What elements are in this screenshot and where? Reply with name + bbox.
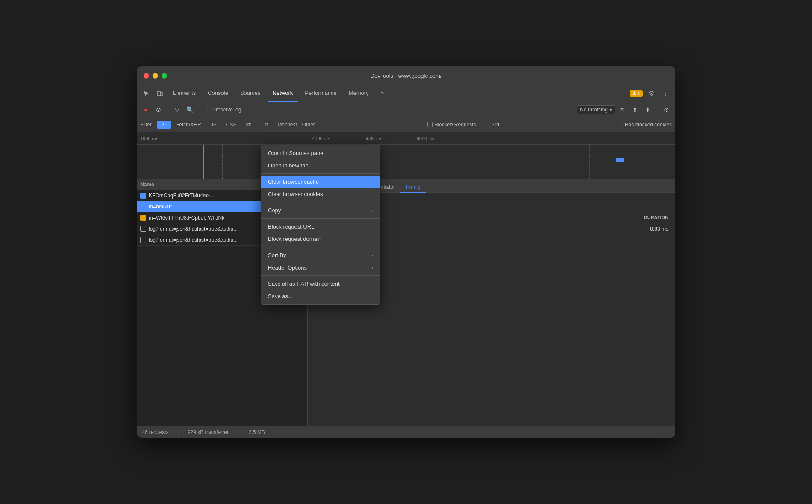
ctx-save-har-label: Save all as HAR with content xyxy=(268,281,340,287)
third-party-checkbox[interactable] xyxy=(485,122,490,127)
ctx-block-domain[interactable]: Block request domain xyxy=(261,233,380,245)
tab-performance[interactable]: Performance xyxy=(300,85,341,102)
ctx-copy[interactable]: Copy › xyxy=(261,204,380,217)
timeline-mark-1: 1000 ms xyxy=(140,136,158,141)
toolbar: ● ⊘ ▽ 🔍 Preserve log No throttling ▾ ≋ ⬆… xyxy=(137,102,675,117)
item-icon-3 xyxy=(140,215,146,221)
filter-tab-img[interactable]: Im... xyxy=(241,121,260,129)
total-size: 2.5 MB xyxy=(249,429,265,435)
ctx-save-as-label: Save as... xyxy=(268,293,293,299)
ctx-sort-by-arrow-icon: › xyxy=(371,253,373,258)
filter-label: Filter xyxy=(140,122,152,128)
name-column-header: Name xyxy=(140,182,154,188)
wifi-icon[interactable]: ≋ xyxy=(617,104,628,115)
requests-count: 46 requests xyxy=(142,429,169,435)
filter-button[interactable]: ▽ xyxy=(171,104,182,115)
ctx-clear-cookies[interactable]: Clear browser cookies xyxy=(261,188,380,200)
ctx-open-tab-label: Open in new tab xyxy=(268,162,309,169)
element-picker-icon[interactable] xyxy=(140,88,152,100)
tab-more[interactable]: » xyxy=(376,85,389,102)
item-icon-5 xyxy=(140,237,146,243)
throttle-arrow-icon: ▾ xyxy=(609,107,612,113)
filter-tab-fetch[interactable]: Fetch/XHR xyxy=(172,121,206,129)
has-blocked-cookies: Has blocked cookies xyxy=(618,122,672,128)
timeline-mark-4: 6000 ms xyxy=(417,136,435,141)
other-label: Other xyxy=(302,122,315,128)
status-bar: 46 requests | 929 kB transferred | 2.5 M… xyxy=(137,426,675,438)
ctx-save-as[interactable]: Save as... xyxy=(261,290,380,302)
ctx-clear-cache-label: Clear browser cache xyxy=(268,179,319,185)
filter-tab-more[interactable]: n xyxy=(261,121,273,129)
manifest-label: Manifest xyxy=(277,122,297,128)
tab-console[interactable]: Console xyxy=(203,85,233,102)
ctx-save-har[interactable]: Save all as HAR with content xyxy=(261,278,380,290)
transferred-size: 929 kB transferred xyxy=(188,429,230,435)
ctx-block-domain-label: Block request domain xyxy=(268,236,321,242)
throttle-dropdown[interactable]: No throttling ▾ xyxy=(577,105,615,114)
filter-tab-js[interactable]: JS xyxy=(206,121,221,129)
ctx-divider-2 xyxy=(261,202,380,202)
filter-tabs: All Fetch/XHR JS CSS Im... n xyxy=(157,121,273,129)
close-button[interactable] xyxy=(144,73,149,79)
tab-network[interactable]: Network xyxy=(268,85,298,102)
throttle-label: No throttling xyxy=(580,107,608,113)
ctx-open-sources-label: Open in Sources panel xyxy=(268,150,324,156)
ctx-divider-4 xyxy=(261,247,380,247)
preserve-label: Preserve log xyxy=(210,107,244,113)
has-blocked-checkbox[interactable] xyxy=(618,122,623,127)
tab-memory[interactable]: Memory xyxy=(344,85,374,102)
record-button[interactable]: ● xyxy=(140,104,151,115)
filter-bar: Filter All Fetch/XHR JS CSS Im... n Mani… xyxy=(137,117,675,132)
ctx-divider-1 xyxy=(261,173,380,174)
ctx-open-tab[interactable]: Open in new tab xyxy=(261,159,380,172)
toolbar-divider-2 xyxy=(199,105,199,114)
network-settings-icon[interactable]: ⚙ xyxy=(661,104,672,115)
item-icon-1 xyxy=(140,193,146,199)
devtools-body: Elements Console Sources Network Perform… xyxy=(137,85,675,438)
main-area: 1000 ms 4000 ms 5000 ms 6000 ms xyxy=(137,132,675,426)
ctx-sort-by[interactable]: Sort By › xyxy=(261,249,380,261)
ctx-copy-arrow-icon: › xyxy=(371,208,373,213)
filter-tab-all[interactable]: All xyxy=(157,121,171,129)
notification-badge[interactable]: ⚠ 1 xyxy=(630,90,643,97)
ctx-clear-cookies-label: Clear browser cookies xyxy=(268,191,323,197)
ctx-header-options-label: Header Options xyxy=(268,264,307,271)
third-party-label: 3rd-... xyxy=(492,122,505,128)
queueing-value: 0.83 ms xyxy=(634,226,668,232)
clear-button[interactable]: ⊘ xyxy=(153,104,164,115)
toolbar-divider-1 xyxy=(168,105,168,114)
filter-tab-css[interactable]: CSS xyxy=(222,121,241,129)
upload-icon[interactable]: ⬆ xyxy=(630,104,641,115)
nav-bar: Elements Console Sources Network Perform… xyxy=(137,85,675,102)
ctx-header-options-arrow-icon: › xyxy=(371,265,373,270)
title-bar: DevTools - www.google.com/ xyxy=(137,66,675,85)
more-options-icon[interactable]: ⋮ xyxy=(660,88,672,100)
preserve-checkbox[interactable] xyxy=(203,107,208,112)
tab-sources[interactable]: Sources xyxy=(235,85,266,102)
tab-elements[interactable]: Elements xyxy=(168,85,201,102)
device-toggle-icon[interactable] xyxy=(154,88,166,100)
queueing-bar xyxy=(371,226,629,232)
search-button[interactable]: 🔍 xyxy=(184,104,195,115)
tab-timing[interactable]: Timing xyxy=(400,182,426,193)
status-divider-2: | xyxy=(238,428,240,436)
ctx-divider-3 xyxy=(261,218,380,219)
ctx-copy-label: Copy xyxy=(268,207,281,214)
ctx-header-options[interactable]: Header Options › xyxy=(261,261,380,274)
svg-rect-0 xyxy=(157,91,161,96)
ctx-clear-cache[interactable]: Clear browser cache xyxy=(261,176,380,188)
download-icon[interactable]: ⬇ xyxy=(642,104,653,115)
traffic-lights xyxy=(144,73,167,79)
minimize-button[interactable] xyxy=(153,73,158,79)
timeline-mark-3: 5000 ms xyxy=(364,136,382,141)
svg-rect-1 xyxy=(161,92,162,96)
maximize-button[interactable] xyxy=(162,73,167,79)
ctx-open-sources[interactable]: Open in Sources panel xyxy=(261,147,380,159)
blocked-requests-checkbox[interactable] xyxy=(427,122,433,127)
nav-right: ⚠ 1 ⚙ ⋮ xyxy=(630,88,672,100)
settings-icon[interactable]: ⚙ xyxy=(645,88,657,100)
window-title: DevTools - www.google.com/ xyxy=(371,73,442,79)
has-blocked-label: Has blocked cookies xyxy=(625,122,672,128)
timeline-mark-2: 4000 ms xyxy=(312,136,330,141)
ctx-block-url[interactable]: Block request URL xyxy=(261,220,380,233)
